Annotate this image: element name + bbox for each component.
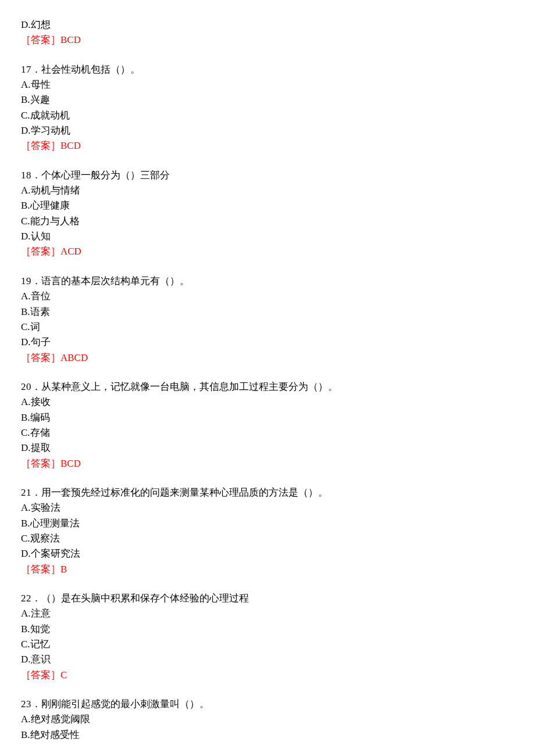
question-17: 17．社会性动机包括（）。 A.母性 B.兴趣 C.成就动机 D.学习动机 ［答… bbox=[21, 62, 518, 154]
answer-label: ［答案］ bbox=[21, 564, 60, 575]
option-a: A.接收 bbox=[21, 395, 518, 410]
option-d: D.提取 bbox=[21, 440, 518, 456]
answer-label: ［答案］ bbox=[21, 140, 60, 151]
question-stem: 23．刚刚能引起感觉的最小刺激量叫（）。 bbox=[21, 697, 518, 712]
option-b: B.语素 bbox=[21, 304, 518, 320]
question-18: 18．个体心理一般分为（）三部分 A.动机与情绪 B.心理健康 C.能力与人格 … bbox=[21, 168, 518, 260]
question-stem: 17．社会性动机包括（）。 bbox=[21, 62, 518, 77]
answer-line: ［答案］ABCD bbox=[21, 352, 88, 363]
question-22: 22．（）是在头脑中积累和保存个体经验的心理过程 A.注意 B.知觉 C.记忆 … bbox=[21, 591, 518, 683]
option-a: A.母性 bbox=[21, 77, 518, 92]
question-stem: 22．（）是在头脑中积累和保存个体经验的心理过程 bbox=[21, 591, 518, 606]
question-text: ．（）是在头脑中积累和保存个体经验的心理过程 bbox=[31, 593, 249, 604]
answer-line: ［答案］C bbox=[21, 669, 67, 680]
option-a: A.实验法 bbox=[21, 500, 518, 515]
answer-value: ABCD bbox=[60, 352, 88, 363]
answer-value: B bbox=[60, 564, 67, 575]
option-c: C.记忆 bbox=[21, 637, 518, 652]
option-a: A.注意 bbox=[21, 606, 518, 621]
option-d: D.幻想 bbox=[21, 17, 518, 33]
question-number: 17 bbox=[21, 64, 31, 75]
option-c: C.词 bbox=[21, 320, 518, 335]
option-b: B.知觉 bbox=[21, 622, 518, 637]
question-text: ．语言的基本层次结构单元有（）。 bbox=[31, 275, 190, 286]
option-b: B.兴趣 bbox=[21, 92, 518, 108]
question-number: 21 bbox=[21, 487, 31, 498]
option-b: B.心理测量法 bbox=[21, 516, 518, 531]
answer-value: ACD bbox=[60, 246, 81, 257]
option-d: D.学习动机 bbox=[21, 123, 518, 138]
option-a: A.动机与情绪 bbox=[21, 183, 518, 198]
question-number: 19 bbox=[21, 275, 31, 286]
answer-line: ［答案］ACD bbox=[21, 246, 81, 257]
answer-line: ［答案］B bbox=[21, 564, 67, 575]
answer-label: ［答案］ bbox=[21, 352, 60, 363]
question-text: ．个体心理一般分为（）三部分 bbox=[31, 170, 170, 181]
question-21: 21．用一套预先经过标准化的问题来测量某种心理品质的方法是（）。 A.实验法 B… bbox=[21, 485, 518, 577]
question-text: ．刚刚能引起感觉的最小刺激量叫（）。 bbox=[31, 698, 209, 710]
option-c: C.能力与人格 bbox=[21, 214, 518, 229]
question-text: ．用一套预先经过标准化的问题来测量某种心理品质的方法是（）。 bbox=[31, 487, 328, 498]
option-b: B.编码 bbox=[21, 410, 518, 425]
answer-line: ［答案］BCD bbox=[21, 458, 81, 469]
question-20: 20．从某种意义上，记忆就像一台电脑，其信息加工过程主要分为（）。 A.接收 B… bbox=[21, 379, 518, 471]
option-b: B.心理健康 bbox=[21, 198, 518, 213]
answer-label: ［答案］ bbox=[21, 34, 60, 45]
answer-value: BCD bbox=[60, 34, 81, 45]
option-a: A.绝对感觉阈限 bbox=[21, 712, 518, 727]
option-d: D.意识 bbox=[21, 652, 518, 667]
option-a: A.音位 bbox=[21, 289, 518, 304]
question-fragment-top: D.幻想 ［答案］BCD bbox=[21, 17, 518, 48]
question-19: 19．语言的基本层次结构单元有（）。 A.音位 B.语素 C.词 D.句子 ［答… bbox=[21, 274, 518, 366]
answer-value: C bbox=[60, 669, 67, 680]
answer-line: ［答案］BCD bbox=[21, 140, 81, 151]
option-c: C.成就动机 bbox=[21, 108, 518, 123]
question-text: ．社会性动机包括（）。 bbox=[31, 64, 140, 75]
option-d: D.句子 bbox=[21, 335, 518, 350]
answer-label: ［答案］ bbox=[21, 669, 60, 680]
option-b: B.绝对感受性 bbox=[21, 728, 518, 743]
answer-value: BCD bbox=[60, 458, 81, 469]
question-number: 22 bbox=[21, 593, 31, 604]
question-stem: 18．个体心理一般分为（）三部分 bbox=[21, 168, 518, 183]
question-23: 23．刚刚能引起感觉的最小刺激量叫（）。 A.绝对感觉阈限 B.绝对感受性 bbox=[21, 697, 518, 743]
option-d: D.个案研究法 bbox=[21, 546, 518, 561]
question-stem: 21．用一套预先经过标准化的问题来测量某种心理品质的方法是（）。 bbox=[21, 485, 518, 500]
option-c: C.存储 bbox=[21, 425, 518, 440]
question-number: 20 bbox=[21, 381, 31, 392]
question-stem: 19．语言的基本层次结构单元有（）。 bbox=[21, 274, 518, 289]
answer-label: ［答案］ bbox=[21, 458, 60, 469]
option-c: C.观察法 bbox=[21, 531, 518, 546]
question-stem: 20．从某种意义上，记忆就像一台电脑，其信息加工过程主要分为（）。 bbox=[21, 379, 518, 395]
question-text: ．从某种意义上，记忆就像一台电脑，其信息加工过程主要分为（）。 bbox=[31, 381, 338, 392]
answer-label: ［答案］ bbox=[21, 246, 60, 257]
question-number: 18 bbox=[21, 170, 31, 181]
question-number: 23 bbox=[21, 698, 31, 710]
answer-value: BCD bbox=[60, 140, 81, 151]
option-d: D.认知 bbox=[21, 229, 518, 244]
answer-line: ［答案］BCD bbox=[21, 34, 81, 45]
